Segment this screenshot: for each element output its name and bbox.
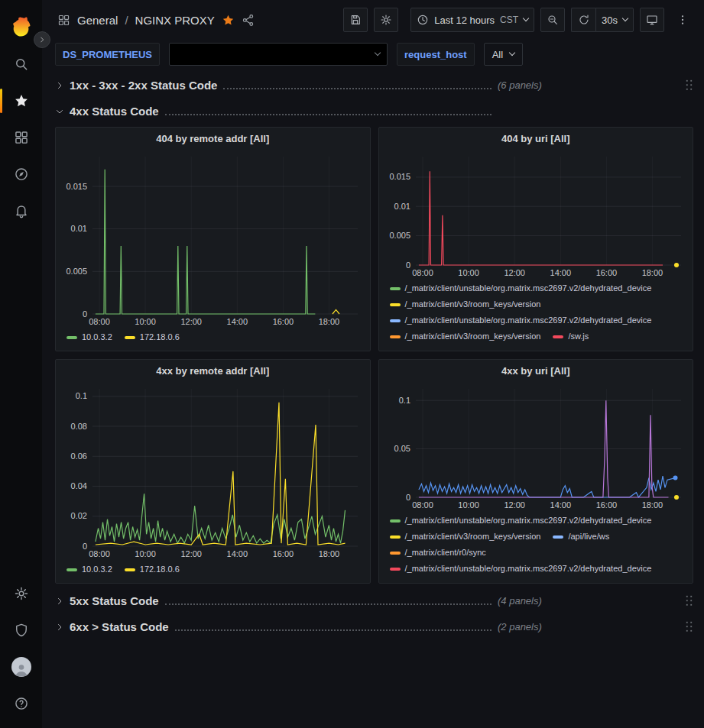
legend-series-label: /_matrix/client/unstable/org.matrix.msc2… [405,563,652,574]
sidebar-item-dashboards[interactable] [0,119,42,156]
legend-item[interactable]: 172.18.0.6 [125,564,180,575]
sidebar-item-profile[interactable] [0,649,42,685]
topbar-actions: Last 12 hours CST 30s [343,8,695,32]
legend-item[interactable]: /_matrix/client/unstable/org.matrix.msc2… [390,315,652,326]
time-range-picker[interactable]: Last 12 hours CST [410,8,534,32]
legend-item[interactable]: /_matrix/client/unstable/org.matrix.msc2… [390,563,652,574]
clock-icon [417,14,429,26]
time-series-chart[interactable]: 00.050.108:0010:0012:0014:0016:0018:00 [384,383,689,511]
panel-4xx-by-uri: 4xx by uri [All] 00.050.108:0010:0012:00… [378,359,694,584]
row-drag-handle-icon[interactable] [685,594,693,607]
row-panel-count: (2 panels) [498,621,542,633]
svg-text:16:00: 16:00 [273,317,294,326]
legend-item[interactable]: /_matrix/client/unstable/org.matrix.msc2… [390,283,652,294]
chevron-down-icon [622,15,628,21]
sidebar-item-configuration[interactable] [0,575,42,612]
help-circle-icon [14,696,29,711]
time-series-chart[interactable]: 00.020.040.060.080.108:0010:0012:0014:00… [60,383,365,560]
cycle-view-mode-button[interactable] [640,8,664,32]
time-series-chart[interactable]: 00.0050.010.01508:0010:0012:0014:0016:00… [60,150,365,328]
chevron-right-icon [55,81,64,90]
legend-item[interactable]: 10.0.3.2 [67,564,112,575]
breadcrumb: General / NGINX PROXY [57,14,255,27]
chevron-down-icon [375,50,381,56]
time-series-chart[interactable]: 00.0050.010.01508:0010:0012:0014:0016:00… [384,150,689,279]
svg-text:0.005: 0.005 [66,267,87,276]
svg-text:0.01: 0.01 [71,224,87,233]
dashboard-canvas: 1xx - 3xx - 2xx Status Code (6 panels) 4… [42,69,704,728]
sidebar-item-search[interactable] [0,46,42,83]
row-1xx-3xx-2xx-status-code[interactable]: 1xx - 3xx - 2xx Status Code (6 panels) [55,75,693,95]
svg-text:08:00: 08:00 [89,549,110,558]
sidebar-item-help[interactable] [0,685,42,722]
svg-text:14:00: 14:00 [227,317,248,326]
svg-text:0.015: 0.015 [389,172,410,181]
breadcrumb-dashboard-title[interactable]: NGINX PROXY [135,14,215,27]
svg-text:14:00: 14:00 [550,268,571,277]
legend-item[interactable]: /sw.js [553,331,589,342]
refresh-group: 30s [571,8,634,32]
request-host-select[interactable]: All [484,43,523,66]
sidebar-expand-button[interactable] [34,31,50,48]
row-5xx-status-code[interactable]: 5xx Status Code (4 panels) [55,590,693,611]
panel-4xx-by-remote-addr: 4xx by remote addr [All] 00.020.040.060.… [55,359,371,584]
apps-grid-icon [57,14,70,27]
more-options-button[interactable] [670,8,695,32]
svg-text:16:00: 16:00 [595,268,617,277]
legend-item[interactable]: /_matrix/client/v3/room_keys/version [390,299,541,310]
legend-series-label: 10.0.3.2 [82,332,112,343]
dashboard-settings-button[interactable] [374,8,398,32]
legend-item[interactable]: /_matrix/client/v3/room_keys/version [390,531,541,542]
sidebar-item-alerting[interactable] [0,193,42,229]
panel-title[interactable]: 4xx by uri [All] [379,360,693,383]
row-title-group: 4xx Status Code [70,105,496,118]
search-icon [14,57,29,72]
legend-item[interactable]: /_matrix/client/v3/room_keys/version [390,331,541,342]
panel-title[interactable]: 404 by uri [All] [379,128,693,150]
favorite-star-icon[interactable] [222,14,235,27]
variable-ds-prometheus-label[interactable]: DS_PROMETHEUS [55,43,160,66]
svg-text:0: 0 [405,493,410,502]
legend-item[interactable]: 172.18.0.6 [125,332,180,343]
row-6xx-status-code[interactable]: 6xx > Status Code (2 panels) [55,616,693,637]
legend-item[interactable]: /api/live/ws [553,531,609,542]
svg-text:0.08: 0.08 [71,422,87,431]
zoom-out-button[interactable] [540,8,565,32]
save-dashboard-button[interactable] [343,8,368,32]
legend-item[interactable]: /_matrix/client/r0/sync [390,547,486,558]
grafana-logo-icon [10,15,33,38]
panel-legend: 10.0.3.2172.18.0.6 [56,328,370,351]
panel-404-by-remote-addr: 404 by remote addr [All] 00.0050.010.015… [55,127,371,351]
row-drag-handle-icon[interactable] [685,79,693,92]
svg-text:0: 0 [83,309,87,319]
sidebar-item-explore[interactable] [0,156,42,193]
svg-text:10:00: 10:00 [458,500,479,510]
row-title: 1xx - 3xx - 2xx Status Code [70,79,217,92]
svg-text:0.02: 0.02 [71,511,87,520]
panel-title[interactable]: 4xx by remote addr [All] [56,360,370,383]
legend-series-swatch [390,552,401,555]
sidebar-item-server-admin[interactable] [0,612,42,649]
breadcrumb-section[interactable]: General [77,14,118,27]
datasource-select[interactable] [169,43,388,66]
grafana-app: General / NGINX PROXY [0,0,704,728]
legend-series-swatch [390,335,401,338]
svg-text:0.1: 0.1 [76,391,87,400]
refresh-interval-value: 30s [602,15,618,26]
legend-item[interactable]: /_matrix/client/unstable/org.matrix.msc2… [390,515,652,526]
panel-title[interactable]: 404 by remote addr [All] [56,128,370,150]
variable-request-host-label[interactable]: request_host [397,43,475,66]
row-drag-handle-icon[interactable] [685,620,693,633]
share-icon[interactable] [242,14,255,27]
svg-text:10:00: 10:00 [458,268,479,277]
legend-series-swatch [390,568,401,571]
legend-series-label: /sw.js [568,331,589,342]
row-4xx-status-code[interactable]: 4xx Status Code [55,101,693,121]
legend-item[interactable]: 10.0.3.2 [67,332,112,343]
sidebar-item-starred[interactable] [0,83,42,119]
panel-legend: /_matrix/client/unstable/org.matrix.msc2… [379,511,693,583]
refresh-interval-dropdown[interactable]: 30s [595,8,634,32]
zoom-out-icon [547,14,559,26]
refresh-button[interactable] [571,8,595,32]
row-dots [175,629,492,631]
